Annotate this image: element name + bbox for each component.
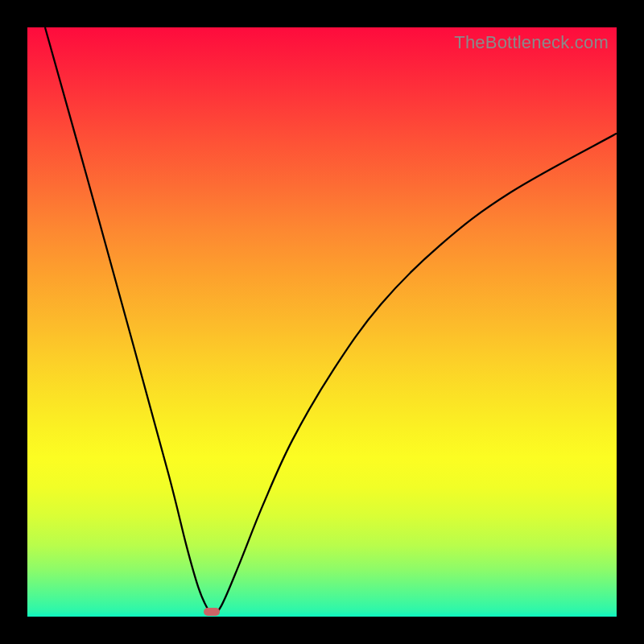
bottleneck-curve — [27, 27, 617, 617]
plot-area: TheBottleneck.com — [27, 27, 617, 617]
optimum-marker — [204, 608, 220, 616]
chart-frame: TheBottleneck.com — [0, 0, 644, 644]
